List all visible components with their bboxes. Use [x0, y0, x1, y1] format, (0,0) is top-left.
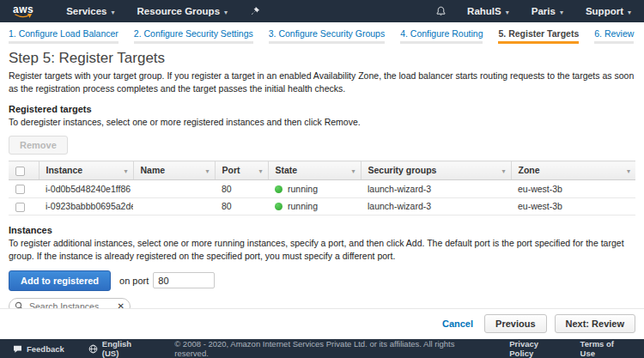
cell-instance-id: i-0d0b5d48240e1ff86: [39, 179, 133, 197]
next-review-button[interactable]: Next: Review: [555, 314, 635, 333]
chevron-down-icon: [107, 6, 115, 16]
feedback-button[interactable]: Feedback: [13, 344, 64, 354]
cell-state: running: [268, 179, 361, 197]
wizard-footer-actions: Cancel Previous Next: Review: [0, 308, 644, 339]
site-footer: Feedback English (US) © 2008 - 2020, Ama…: [0, 339, 644, 358]
aws-console-page: aws Services Resource Groups RahulS Pari…: [0, 0, 644, 358]
cell-zone: eu-west-3b: [511, 179, 635, 197]
nav-account-menu[interactable]: RahulS: [467, 6, 509, 16]
registered-targets-table: Instance Name Port State Security groups…: [9, 161, 635, 215]
language-label: English (US): [102, 339, 150, 358]
cell-name: [133, 179, 215, 197]
cell-instance-id: i-0923babbb0695a2de: [39, 197, 133, 215]
remove-button[interactable]: Remove: [9, 136, 68, 155]
running-status-icon: [275, 203, 283, 210]
wizard-step-3[interactable]: 3. Configure Security Groups: [269, 28, 385, 44]
privacy-policy-link[interactable]: Privacy Policy: [509, 339, 564, 358]
cell-zone: eu-west-3b: [511, 197, 635, 215]
wizard-steps: 1. Configure Load Balancer 2. Configure …: [0, 22, 644, 44]
table-row[interactable]: i-0923babbb0695a2de 80 running launch-wi…: [9, 197, 635, 215]
wizard-step-5-active[interactable]: 5. Register Targets: [498, 28, 579, 44]
cell-port: 80: [215, 179, 268, 197]
nav-support-label: Support: [586, 6, 623, 16]
nav-support-menu[interactable]: Support: [586, 6, 631, 16]
registered-targets-heading: Registered targets: [9, 104, 635, 114]
copyright-text: © 2008 - 2020, Amazon Internet Services …: [174, 339, 490, 358]
cell-security-groups: launch-wizard-3: [361, 197, 511, 215]
nav-region-menu[interactable]: Paris: [532, 6, 563, 16]
pushpin-icon[interactable]: [250, 6, 260, 16]
table-row[interactable]: i-0d0b5d48240e1ff86 80 running launch-wi…: [9, 179, 635, 197]
notifications-bell-icon[interactable]: [435, 6, 447, 17]
chevron-down-icon: [556, 6, 563, 16]
chevron-down-icon: [501, 6, 509, 16]
add-to-registered-row: Add to registered on port: [9, 270, 635, 291]
terms-of-use-link[interactable]: Terms of Use: [580, 339, 631, 358]
nav-resource-groups[interactable]: Resource Groups: [137, 6, 228, 16]
port-input[interactable]: [153, 272, 215, 288]
registered-targets-description: To deregister instances, select one or m…: [9, 116, 635, 129]
nav-services[interactable]: Services: [66, 6, 114, 16]
aws-smile-icon: [15, 14, 32, 18]
instances-heading: Instances: [9, 225, 635, 235]
column-header-security-groups[interactable]: Security groups: [361, 161, 511, 180]
state-label: running: [288, 201, 318, 211]
nav-account-label: RahulS: [467, 6, 501, 16]
feedback-label: Feedback: [27, 344, 64, 354]
cancel-link[interactable]: Cancel: [442, 319, 473, 329]
chevron-down-icon: [220, 6, 228, 16]
page-description: Register targets with your target group.…: [9, 70, 635, 94]
globe-icon: [88, 344, 98, 354]
column-header-name[interactable]: Name: [133, 161, 215, 180]
row-checkbox[interactable]: [15, 185, 25, 194]
wizard-step-6[interactable]: 6. Review: [594, 28, 634, 44]
language-selector[interactable]: English (US): [88, 339, 150, 358]
previous-button[interactable]: Previous: [484, 314, 546, 333]
column-header-state[interactable]: State: [268, 161, 361, 180]
wizard-step-1[interactable]: 1. Configure Load Balancer: [9, 28, 118, 44]
add-to-registered-button[interactable]: Add to registered: [9, 270, 111, 291]
column-header-port[interactable]: Port: [215, 161, 268, 180]
running-status-icon: [275, 185, 283, 193]
instances-description: To register additional instances, select…: [9, 237, 635, 262]
select-all-checkbox[interactable]: [15, 167, 25, 176]
column-header-instance[interactable]: Instance: [39, 161, 133, 180]
state-label: running: [288, 184, 318, 194]
speech-bubble-icon: [13, 344, 22, 354]
on-port-label: on port: [119, 276, 149, 286]
cell-port: 80: [215, 197, 268, 215]
chevron-down-icon: [623, 6, 631, 16]
cell-security-groups: launch-wizard-3: [361, 179, 511, 197]
nav-region-label: Paris: [532, 6, 556, 16]
table-header-row: Instance Name Port State Security groups…: [9, 161, 635, 180]
column-header-zone[interactable]: Zone: [511, 161, 635, 180]
cell-name: [133, 197, 215, 215]
wizard-step-4[interactable]: 4. Configure Routing: [400, 28, 483, 44]
nav-services-label: Services: [66, 6, 106, 16]
row-checkbox[interactable]: [15, 203, 25, 212]
cell-state: running: [268, 197, 361, 215]
aws-logo[interactable]: aws: [13, 4, 33, 18]
top-navigation: aws Services Resource Groups RahulS Pari…: [0, 0, 644, 22]
nav-resource-groups-label: Resource Groups: [137, 6, 221, 16]
wizard-step-2[interactable]: 2. Configure Security Settings: [134, 28, 253, 44]
page-title: Step 5: Register Targets: [9, 50, 635, 67]
